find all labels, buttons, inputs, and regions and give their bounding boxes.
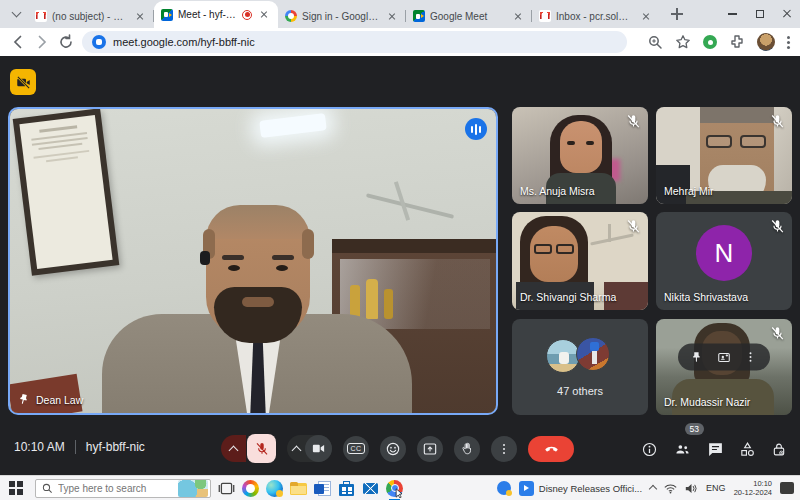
activities-button[interactable] [739,441,756,458]
tab-search-button[interactable] [6,4,26,24]
address-bar[interactable]: meet.google.com/hyf-bbff-nic [82,31,627,53]
search-highlight-image[interactable] [178,480,208,497]
wifi-icon[interactable] [664,483,677,494]
camera-options-button[interactable] [292,445,302,455]
file-explorer-icon[interactable] [290,480,307,497]
participant-tile-anuja[interactable]: Ms. Anuja Misra [512,107,648,204]
search-input[interactable] [58,483,173,494]
participant-tile-shivangi[interactable]: Dr. Shivangi Sharma [512,212,648,310]
browser-menu-icon[interactable] [787,36,790,39]
mouth [242,297,274,307]
participant-tile-mehraj[interactable]: Mehraj Mir [656,107,792,204]
main-tile-nameplate: Dean Law [18,393,83,406]
mic-options-button[interactable] [221,435,246,462]
chat-button[interactable] [707,441,724,458]
eye [586,141,594,145]
overflow-tile[interactable]: 47 others [512,319,648,415]
system-tray: Disney Releases Offici... ENG 10:10 20-1… [497,479,796,498]
tab-meet-active[interactable]: Meet - hyf-bbff-nic [154,1,278,28]
volume-icon[interactable] [685,483,698,494]
forward-button[interactable] [34,34,50,50]
ear [302,229,314,259]
reload-button[interactable] [58,34,74,50]
raise-hand-button[interactable] [454,436,480,462]
close-tab-icon[interactable] [385,9,399,23]
main-video-tile[interactable]: Dean Law [8,107,498,415]
google-icon [285,10,297,22]
mic-off-icon [625,113,642,130]
picture-in-picture-icon[interactable] [717,350,731,364]
cursor-icon [395,488,404,498]
word-icon[interactable] [314,480,331,497]
meeting-details-button[interactable] [641,441,658,458]
avatar-letter: N [715,238,734,269]
extensions-puzzle-icon[interactable] [729,34,745,50]
maximize-button[interactable] [746,0,773,28]
task-view-button[interactable] [218,480,235,497]
face [560,121,602,173]
glasses [556,244,574,254]
show-everyone-button[interactable] [673,441,692,458]
more-options-icon[interactable] [744,351,757,364]
camera-off-alert-icon[interactable] [10,69,36,95]
eye [567,141,575,145]
tab-title: Meet - hyf-bbff-nic [178,9,237,20]
more-call-options-button[interactable] [491,436,517,462]
tab-google-meet[interactable]: Google Meet [406,4,532,28]
back-button[interactable] [10,34,26,50]
close-tab-icon[interactable] [511,9,525,23]
meeting-info: 10:10 AM hyf-bbff-nic [14,440,145,454]
overflow-count-label: 47 others [512,385,648,397]
host-controls-button[interactable] [771,441,787,458]
mail-icon[interactable] [362,480,379,497]
tray-clock[interactable]: 10:10 20-12-2024 [734,479,772,498]
close-icon [782,9,792,19]
edge-browser-icon[interactable] [266,480,283,497]
end-call-button[interactable] [528,436,574,462]
meet-icon [413,10,425,22]
hidden-icons-chevron[interactable] [649,485,657,493]
new-tab-button[interactable] [666,3,688,25]
microsoft-store-icon[interactable] [338,480,355,497]
chevron-up-icon [229,445,239,455]
zoom-icon[interactable] [647,34,663,50]
tab-gmail-inbox[interactable]: Inbox - pcr.sol@galgotiasun [532,4,660,28]
help-tray-icon[interactable] [497,481,511,495]
meeting-code: hyf-bbff-nic [86,440,145,454]
minimize-button[interactable] [719,0,746,28]
present-screen-button[interactable] [417,436,443,462]
close-tab-icon[interactable] [639,9,653,23]
captions-button[interactable]: CC [343,436,369,462]
close-window-button[interactable] [773,0,800,28]
language-indicator[interactable]: ENG [706,483,726,493]
profile-avatar[interactable] [757,33,775,51]
tab-gmail-nosubject[interactable]: (no subject) - mudassir.nazi [28,4,154,28]
tab-title: Inbox - pcr.sol@galgotiasun [556,11,634,22]
bookmark-star-icon[interactable] [675,34,691,50]
mic-mute-button[interactable] [247,434,276,463]
extension-icon[interactable] [703,35,717,49]
news-widget[interactable]: Disney Releases Offici... [519,481,642,496]
search-icon [42,483,53,494]
close-tab-icon[interactable] [133,9,147,23]
taskbar-search[interactable] [35,479,211,498]
participant-tile-nikita[interactable]: N Nikita Shrivastava [656,212,792,310]
captions-icon: CC [347,443,364,454]
tab-google-signin[interactable]: Sign in - Google Accounts [278,4,406,28]
start-button[interactable] [9,481,23,495]
camera-toggle-button[interactable] [305,435,332,462]
eye [228,265,240,271]
eyebrow [272,255,294,260]
notification-center-icon[interactable] [780,482,794,494]
participant-name: Dr. Shivangi Sharma [520,291,616,303]
chrome-icon[interactable] [386,480,403,497]
reactions-button[interactable] [380,436,406,462]
participant-count-badge: 53 [685,423,704,435]
copilot-icon[interactable] [242,480,259,497]
url-text: meet.google.com/hyf-bbff-nic [113,36,255,48]
eyebrow [222,255,244,260]
overflow-avatar [576,337,610,371]
participant-tile-mudassir[interactable]: Dr. Mudassir Nazir [656,319,792,415]
close-tab-icon[interactable] [257,8,271,22]
pin-icon[interactable] [691,351,704,364]
